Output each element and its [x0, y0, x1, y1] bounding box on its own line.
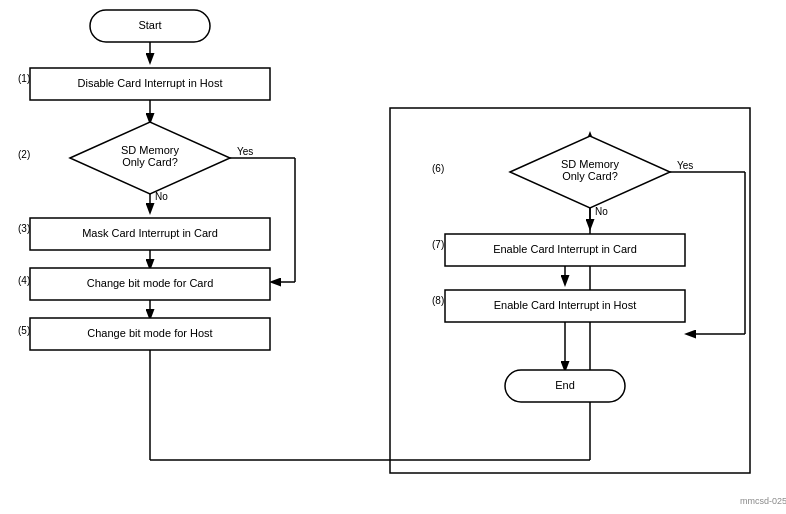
step6-label: (6): [432, 163, 444, 174]
step3-text: Mask Card Interrupt in Card: [82, 227, 218, 239]
step5-label: (5): [18, 325, 30, 336]
start-label: Start: [138, 19, 161, 31]
yes-label-6: Yes: [677, 160, 693, 171]
step1-label: (1): [18, 73, 30, 84]
step5-text: Change bit mode for Host: [87, 327, 212, 339]
end-label: End: [555, 379, 575, 391]
flowchart-svg: Start (1) Disable Card Interrupt in Host…: [0, 0, 786, 514]
step4-text: Change bit mode for Card: [87, 277, 214, 289]
step2-line2: Only Card?: [122, 156, 178, 168]
step8-text: Enable Card Interrupt in Host: [494, 299, 636, 311]
yes-label-2: Yes: [237, 146, 253, 157]
step6-line2: Only Card?: [562, 170, 618, 182]
no-label-2: No: [155, 191, 168, 202]
step7-text: Enable Card Interrupt in Card: [493, 243, 637, 255]
step1-text: Disable Card Interrupt in Host: [78, 77, 223, 89]
step2-line1: SD Memory: [121, 144, 180, 156]
step3-label: (3): [18, 223, 30, 234]
step2-label: (2): [18, 149, 30, 160]
step8-label: (8): [432, 295, 444, 306]
step6-line1: SD Memory: [561, 158, 620, 170]
watermark: mmcsd-025: [740, 496, 786, 506]
step7-label: (7): [432, 239, 444, 250]
diagram-container: Start (1) Disable Card Interrupt in Host…: [0, 0, 786, 514]
no-label-6: No: [595, 206, 608, 217]
step4-label: (4): [18, 275, 30, 286]
